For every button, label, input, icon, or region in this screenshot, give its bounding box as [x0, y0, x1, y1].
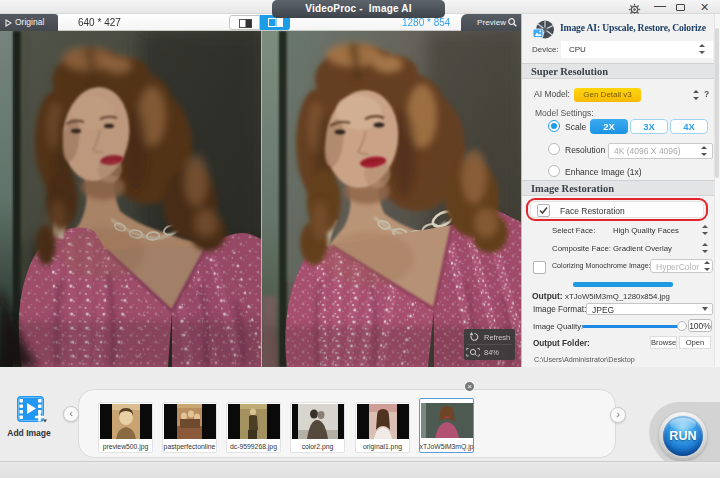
- svg-text:Refresh: Refresh: [484, 333, 510, 342]
- svg-text:84%: 84%: [484, 348, 499, 357]
